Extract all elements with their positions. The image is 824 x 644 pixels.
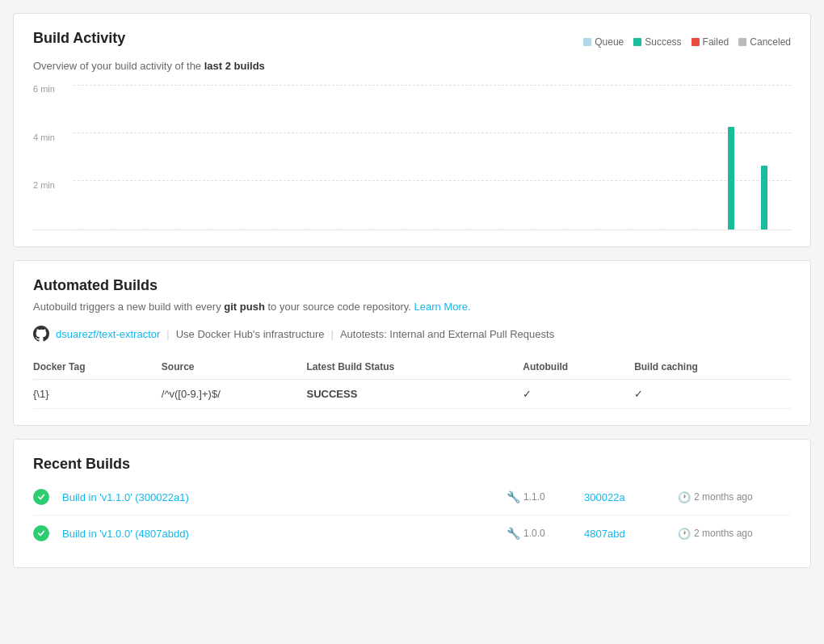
automated-builds-title: Automated Builds — [33, 277, 791, 294]
failed-dot — [692, 38, 700, 46]
td-status: SUCCESS — [306, 380, 523, 409]
legend-success: Success — [633, 36, 681, 48]
clock-icon-0: 🕐 — [678, 491, 691, 503]
build-time-0: 🕐 2 months ago — [678, 491, 791, 503]
td-tag: {\1} — [33, 380, 162, 409]
canceled-dot — [738, 38, 746, 46]
commit-link-1[interactable]: 4807abd — [584, 528, 665, 540]
checkmark-icon-1 — [37, 529, 45, 537]
legend-queue: Queue — [583, 36, 624, 48]
legend-failed: Failed — [692, 36, 729, 48]
td-source: /^v([0-9.]+)$/ — [162, 380, 307, 409]
separator-1: | — [166, 328, 169, 340]
th-docker-tag: Docker Tag — [33, 355, 162, 380]
separator-2: | — [331, 328, 334, 340]
time-value-0: 2 months ago — [694, 491, 753, 503]
canceled-label: Canceled — [750, 36, 791, 48]
build-link-1[interactable]: Build in 'v1.0.0' (4807abdd) — [62, 528, 494, 540]
chart-header: Build Activity Queue Success Failed Canc… — [33, 30, 791, 53]
recent-builds-card: Recent Builds Build in 'v1.1.0' (300022a… — [13, 439, 811, 568]
table-row: {\1} /^v([0-9.]+)$/ SUCCESS ✓ ✓ — [33, 380, 791, 409]
recent-builds-title: Recent Builds — [33, 456, 791, 473]
repo-info: dsuarezf/text-extractor | Use Docker Hub… — [33, 326, 791, 342]
learn-more-link[interactable]: Learn More. — [414, 301, 471, 313]
y-label-2min: 2 min — [33, 181, 74, 190]
success-icon-0 — [33, 489, 49, 505]
builds-table: Docker Tag Source Latest Build Status Au… — [33, 355, 791, 409]
th-source: Source — [162, 355, 307, 380]
wrench-icon-0: 🔧 — [507, 490, 520, 503]
y-label-4min: 4 min — [33, 133, 74, 142]
recent-build-row-1: Build in 'v1.0.0' (4807abdd) 🔧 1.0.0 480… — [33, 516, 791, 551]
th-status: Latest Build Status — [306, 355, 523, 380]
success-bar-19 — [728, 127, 734, 230]
table-header-row: Docker Tag Source Latest Build Status Au… — [33, 355, 791, 380]
th-caching: Build caching — [634, 355, 791, 380]
repo-link[interactable]: dsuarezf/text-extractor — [56, 328, 160, 340]
clock-icon-1: 🕐 — [678, 528, 691, 540]
queue-dot — [583, 38, 591, 46]
wrench-icon-1: 🔧 — [507, 527, 520, 540]
build-activity-title: Build Activity — [33, 30, 125, 47]
success-icon-1 — [33, 525, 49, 541]
build-tag-1: 🔧 1.0.0 — [507, 527, 571, 540]
td-autobuild: ✓ — [523, 380, 634, 409]
commit-link-0[interactable]: 300022a — [584, 491, 665, 503]
build-time-1: 🕐 2 months ago — [678, 528, 791, 540]
builds-table-body: {\1} /^v([0-9.]+)$/ SUCCESS ✓ ✓ — [33, 380, 791, 409]
github-icon — [33, 326, 49, 342]
bar-group-20 — [750, 166, 780, 229]
automated-builds-desc: Autobuild triggers a new build with ever… — [33, 301, 791, 313]
build-activity-card: Build Activity Queue Success Failed Canc… — [13, 13, 811, 247]
repo-info-1: Use Docker Hub's infrastructure — [176, 328, 325, 340]
td-caching: ✓ — [634, 380, 791, 409]
bars-container — [74, 85, 791, 229]
checkmark-icon-0 — [37, 493, 45, 501]
repo-info-2: Autotests: Internal and External Pull Re… — [340, 328, 554, 340]
recent-build-row-0: Build in 'v1.1.0' (300022a1) 🔧 1.1.0 300… — [33, 479, 791, 516]
tag-value-0: 1.1.0 — [523, 491, 545, 503]
time-value-1: 2 months ago — [694, 528, 753, 539]
th-autobuild: Autobuild — [523, 355, 634, 380]
tag-value-1: 1.0.0 — [523, 528, 545, 539]
grid-line-bottom — [74, 229, 791, 230]
builds-table-head: Docker Tag Source Latest Build Status Au… — [33, 355, 791, 380]
success-dot — [633, 38, 641, 46]
build-activity-chart: 6 min 4 min 2 min — [33, 85, 791, 230]
bar-group-19 — [716, 127, 746, 230]
success-label: Success — [645, 36, 681, 48]
build-tag-0: 🔧 1.1.0 — [507, 490, 571, 503]
failed-label: Failed — [703, 36, 729, 48]
y-axis: 6 min 4 min 2 min — [33, 85, 74, 229]
queue-label: Queue — [595, 36, 624, 48]
automated-builds-card: Automated Builds Autobuild triggers a ne… — [13, 260, 811, 426]
build-link-0[interactable]: Build in 'v1.1.0' (300022a1) — [62, 491, 494, 503]
build-activity-subtitle: Overview of your build activity of the l… — [33, 60, 791, 72]
chart-legend: Queue Success Failed Canceled — [583, 36, 791, 48]
y-label-6min: 6 min — [33, 85, 74, 94]
recent-builds-list: Build in 'v1.1.0' (300022a1) 🔧 1.1.0 300… — [33, 479, 791, 551]
legend-canceled: Canceled — [738, 36, 791, 48]
success-bar-20 — [761, 166, 767, 229]
